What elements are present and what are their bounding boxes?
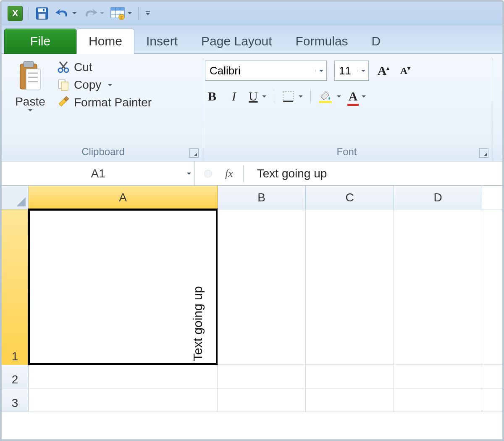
quick-access-toolbar: X [2, 2, 502, 25]
cell-a2[interactable] [29, 365, 218, 388]
scissors-icon [57, 61, 70, 74]
svg-rect-12 [24, 61, 34, 67]
cancel-formula-button[interactable] [201, 166, 215, 181]
column-header-d[interactable]: D [394, 186, 482, 209]
tab-formulas-label: Formulas [296, 34, 348, 48]
cell-a1-text: Text going up [191, 286, 205, 361]
row-header-1[interactable]: 1 [2, 209, 29, 365]
redo-dropdown[interactable] [100, 6, 105, 21]
table-button[interactable]: 2 [110, 6, 125, 21]
italic-label: I [232, 89, 236, 103]
fill-color-dropdown[interactable] [337, 95, 341, 98]
name-box-dropdown[interactable] [187, 172, 191, 174]
tab-insert-label: Insert [146, 34, 178, 48]
cell-a3[interactable] [29, 388, 218, 412]
font-size-caret[interactable] [357, 70, 368, 72]
font-separator [310, 89, 311, 103]
tab-file[interactable]: File [4, 29, 76, 54]
select-all-button[interactable] [2, 186, 29, 209]
font-dialog-launcher[interactable] [479, 148, 488, 158]
font-row-1: Calibri 11 A▴ A▾ [205, 61, 488, 81]
tab-page-layout[interactable]: Page Layout [189, 29, 284, 54]
table-dropdown[interactable] [127, 6, 132, 21]
font-size-combo[interactable]: 11 [334, 61, 369, 81]
row-header-3[interactable]: 3 [2, 388, 29, 412]
fill-color-button[interactable] [318, 89, 341, 103]
italic-button[interactable]: I [227, 89, 241, 103]
customize-qat-button[interactable] [144, 6, 151, 21]
font-color-button[interactable]: A [349, 89, 366, 103]
svg-rect-5 [111, 7, 124, 11]
undo-button[interactable] [55, 6, 69, 21]
column-header-d-label: D [433, 191, 442, 204]
save-button[interactable] [35, 6, 49, 21]
column-header-b[interactable]: B [218, 186, 306, 209]
clipboard-actions: Cut Copy [53, 58, 153, 145]
fx-button[interactable]: fx [225, 167, 233, 180]
cell-d2[interactable] [394, 365, 482, 388]
name-box[interactable]: A1 [2, 161, 195, 185]
tab-insert[interactable]: Insert [134, 29, 189, 54]
cell-b2[interactable] [218, 365, 306, 388]
cell-c2[interactable] [306, 365, 394, 388]
font-color-icon: A [349, 89, 358, 103]
cell-d3[interactable] [394, 388, 482, 412]
tab-data-label: D [372, 34, 381, 48]
excel-logo-icon[interactable]: X [8, 6, 23, 21]
paintbrush-icon [57, 96, 70, 109]
clipboard-group: Paste Cut [6, 58, 203, 161]
chevron-down-icon [72, 12, 76, 14]
underline-dropdown[interactable] [262, 95, 266, 98]
cut-button[interactable]: Cut [57, 61, 152, 74]
column-header-a[interactable]: A [29, 186, 218, 209]
svg-point-17 [58, 68, 63, 72]
tab-formulas[interactable]: Formulas [284, 29, 360, 54]
clipboard-dialog-launcher[interactable] [189, 148, 199, 158]
tab-data-partial[interactable]: D [360, 29, 393, 54]
font-group-title-text: Font [336, 146, 357, 157]
cell-c3[interactable] [306, 388, 394, 412]
svg-rect-26 [319, 101, 332, 103]
font-name-caret[interactable] [315, 70, 326, 72]
cell-a1[interactable]: Text going up [29, 209, 218, 364]
paste-label: Paste [15, 95, 45, 108]
row-header-2[interactable]: 2 [2, 365, 29, 388]
paste-dropdown[interactable] [28, 109, 32, 111]
font-color-dropdown[interactable] [362, 95, 366, 98]
chevron-down-icon [319, 70, 323, 72]
formula-bar: A1 fx Text going up [2, 161, 502, 186]
worksheet-grid[interactable]: A B C D 1 Text going up 2 [2, 186, 502, 439]
borders-dropdown[interactable] [299, 95, 303, 98]
chevron-down-icon [187, 172, 191, 174]
decrease-font-button[interactable]: A▾ [398, 65, 412, 77]
format-painter-button[interactable]: Format Painter [57, 96, 152, 109]
row-header-3-label: 3 [12, 396, 18, 410]
formula-content[interactable]: Text going up [254, 167, 327, 180]
redo-button[interactable] [83, 6, 97, 21]
svg-rect-22 [61, 82, 68, 90]
borders-button[interactable] [282, 90, 303, 103]
column-header-c-label: C [345, 191, 354, 204]
paste-button[interactable]: Paste [8, 58, 53, 145]
undo-icon [55, 7, 69, 20]
bold-button[interactable]: B [205, 89, 219, 103]
increase-font-icon: A▴ [378, 63, 390, 78]
font-name-combo[interactable]: Calibri [205, 61, 327, 81]
font-row-2: B I U [205, 89, 488, 103]
fill-color-icon [318, 89, 333, 103]
cell-b3[interactable] [218, 388, 306, 412]
excel-window: X [0, 0, 504, 441]
tab-file-label: File [30, 34, 50, 48]
underline-button[interactable]: U [249, 89, 266, 103]
column-header-b-label: B [257, 191, 265, 204]
copy-button[interactable]: Copy [57, 78, 152, 92]
tab-home[interactable]: Home [76, 29, 134, 54]
cell-c1[interactable] [306, 209, 394, 364]
cell-d1[interactable] [394, 209, 482, 364]
cell-b1[interactable] [218, 209, 306, 364]
undo-dropdown[interactable] [72, 6, 77, 21]
increase-font-button[interactable]: A▴ [376, 63, 391, 78]
column-header-c[interactable]: C [306, 186, 394, 209]
copy-dropdown[interactable] [108, 84, 112, 86]
copy-label: Copy [74, 78, 101, 92]
